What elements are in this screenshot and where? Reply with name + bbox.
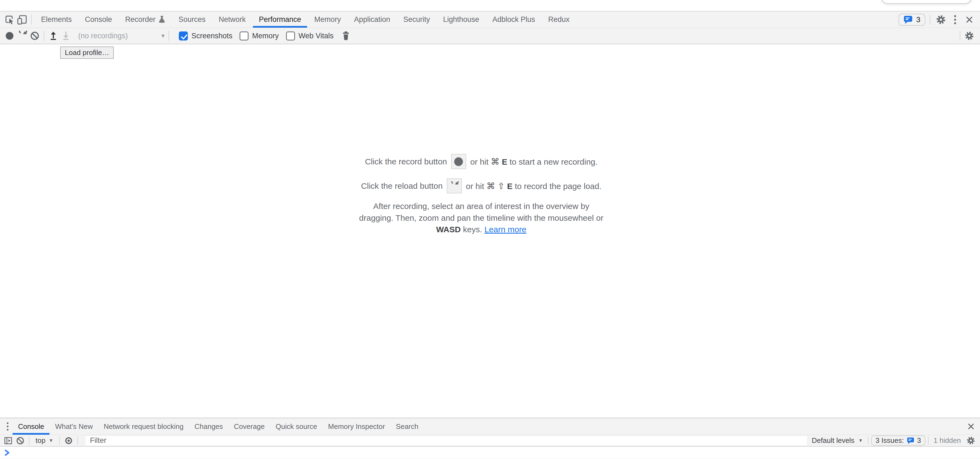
drawer-more-tabs-button[interactable] xyxy=(3,419,13,434)
recordings-history-select[interactable]: (no recordings) ▼ xyxy=(78,32,166,40)
inspect-cursor-icon xyxy=(5,14,15,25)
e-key: E xyxy=(507,182,512,191)
garbage-collect-button[interactable] xyxy=(340,29,352,43)
issues-chat-icon xyxy=(907,437,915,444)
drawer-tab-whats-new[interactable]: What's New xyxy=(49,418,98,435)
inspect-element-button[interactable] xyxy=(3,13,16,27)
three-dot-menu-icon xyxy=(953,14,957,25)
divider xyxy=(77,437,78,445)
record-icon xyxy=(6,32,13,40)
reload-icon xyxy=(450,182,459,191)
console-toolbar: top ▼ Default levels ▼ 3 Issues: xyxy=(0,435,980,447)
memory-label: Memory xyxy=(252,32,279,40)
recordings-history-label: (no recordings) xyxy=(78,32,128,40)
tab-network[interactable]: Network xyxy=(212,11,252,28)
tab-console[interactable]: Console xyxy=(78,11,119,28)
screenshots-checkbox[interactable] xyxy=(179,32,188,40)
show-console-sidebar-button[interactable] xyxy=(2,435,14,446)
issues-counter-button[interactable]: 3 xyxy=(899,14,925,26)
tab-security[interactable]: Security xyxy=(397,11,437,28)
console-output-area[interactable] xyxy=(0,447,980,459)
web-vitals-checkbox[interactable] xyxy=(286,32,295,40)
save-profile-button[interactable] xyxy=(60,29,72,43)
memory-checkbox[interactable] xyxy=(240,32,248,40)
console-issues-count: 3 xyxy=(917,436,921,445)
console-settings-button[interactable] xyxy=(965,435,977,446)
console-sidebar-icon xyxy=(3,436,13,445)
close-icon xyxy=(965,15,974,24)
chevron-down-icon: ▼ xyxy=(160,33,166,39)
drawer: Console What's New Network request block… xyxy=(0,418,980,459)
settings-button[interactable] xyxy=(935,13,947,27)
javascript-context-select[interactable]: top ▼ xyxy=(35,436,53,445)
clear-recordings-button[interactable] xyxy=(29,29,41,43)
capture-settings-button[interactable] xyxy=(963,29,975,43)
upload-profile-icon xyxy=(48,31,58,41)
close-devtools-button[interactable] xyxy=(963,13,975,27)
record-button[interactable] xyxy=(3,29,16,43)
gear-icon xyxy=(966,436,975,445)
performance-toolbar: (no recordings) ▼ Screenshots Memory Web… xyxy=(0,28,980,44)
block-clear-icon xyxy=(16,436,25,445)
memory-checkbox-group[interactable]: Memory xyxy=(240,32,279,40)
command-key-glyph: ⌘ xyxy=(487,181,495,191)
screenshots-checkbox-group[interactable]: Screenshots xyxy=(179,32,232,40)
clear-console-button[interactable] xyxy=(14,435,26,446)
console-issues-button[interactable]: 3 Issues: 3 xyxy=(871,435,926,446)
drawer-tab-memory-inspector[interactable]: Memory Inspector xyxy=(323,418,390,435)
load-profile-button[interactable] xyxy=(47,29,60,43)
reload-instruction-before: Click the reload button xyxy=(361,182,443,191)
tab-elements[interactable]: Elements xyxy=(35,11,78,28)
learn-more-link[interactable]: Learn more xyxy=(485,225,527,234)
tab-performance[interactable]: Performance xyxy=(252,11,308,28)
drawer-tab-coverage[interactable]: Coverage xyxy=(228,418,270,435)
tab-redux[interactable]: Redux xyxy=(542,11,576,28)
tab-adblock-plus[interactable]: Adblock Plus xyxy=(486,11,542,28)
record-instruction-before: Click the record button xyxy=(365,157,447,166)
tab-sources[interactable]: Sources xyxy=(172,11,212,28)
drawer-tab-quick-source[interactable]: Quick source xyxy=(270,418,323,435)
record-instruction-row: Click the record button or hit ⌘ E to st… xyxy=(365,154,598,169)
tab-bar-right-controls: 3 xyxy=(899,13,980,27)
tab-lighthouse[interactable]: Lighthouse xyxy=(437,11,486,28)
divider xyxy=(868,437,869,445)
issues-count: 3 xyxy=(916,15,920,24)
console-filter-input[interactable] xyxy=(86,436,807,445)
hidden-messages-count: 1 hidden xyxy=(934,436,961,445)
web-vitals-checkbox-group[interactable]: Web Vitals xyxy=(286,32,334,40)
tab-memory[interactable]: Memory xyxy=(308,11,348,28)
more-options-button[interactable] xyxy=(949,13,961,27)
console-prompt-row[interactable] xyxy=(0,447,980,459)
drawer-tab-changes[interactable]: Changes xyxy=(189,418,228,435)
divider xyxy=(29,437,30,445)
flask-preview-icon xyxy=(158,16,165,24)
shift-key-glyph: ⇧ xyxy=(497,181,505,191)
block-clear-icon xyxy=(30,31,40,41)
drawer-tab-network-request-blocking[interactable]: Network request blocking xyxy=(98,418,189,435)
eye-icon xyxy=(64,436,73,445)
drawer-tab-bar: Console What's New Network request block… xyxy=(0,418,980,435)
main-tab-bar: Elements Console Recorder Sources Networ… xyxy=(0,11,980,28)
tab-application[interactable]: Application xyxy=(348,11,397,28)
reload-instruction-shortcut: or hit ⌘ ⇧ E to record the page load. xyxy=(466,181,601,191)
log-levels-select[interactable]: Default levels ▼ xyxy=(812,436,863,445)
trash-icon xyxy=(341,31,350,41)
reload-and-record-button[interactable] xyxy=(16,29,29,43)
divider xyxy=(930,15,930,25)
drawer-tab-search[interactable]: Search xyxy=(390,418,424,435)
tab-recorder[interactable]: Recorder xyxy=(119,11,172,28)
web-vitals-label: Web Vitals xyxy=(299,32,334,40)
devtools-window: Elements Console Recorder Sources Networ… xyxy=(0,11,980,459)
console-prompt-chevron-icon xyxy=(5,449,10,456)
device-toolbar-button[interactable] xyxy=(16,13,29,27)
command-key-glyph: ⌘ xyxy=(491,157,500,167)
close-icon xyxy=(967,422,975,430)
performance-panel-content: Load profile… Click the record button or… xyxy=(0,44,980,418)
chevron-down-icon: ▼ xyxy=(49,438,53,443)
gear-icon xyxy=(936,14,946,25)
context-label: top xyxy=(35,436,45,445)
create-live-expression-button[interactable] xyxy=(63,435,75,446)
record-instruction-shortcut: or hit ⌘ E to start a new recording. xyxy=(470,156,598,167)
close-drawer-button[interactable] xyxy=(967,422,980,430)
drawer-tab-console[interactable]: Console xyxy=(13,418,49,435)
